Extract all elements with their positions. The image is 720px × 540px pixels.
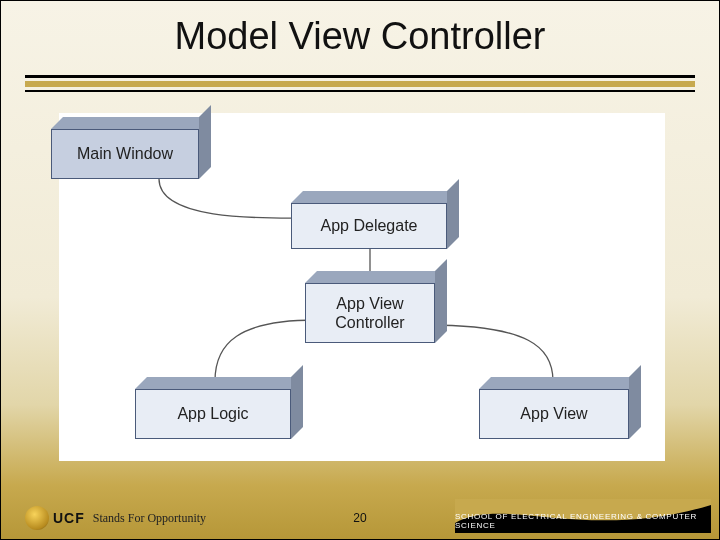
box-app-view: App View <box>479 377 629 439</box>
slide-title: Model View Controller <box>1 15 719 58</box>
box-app-view-controller-label: App View Controller <box>305 283 435 343</box>
box-app-view-controller: App View Controller <box>305 271 435 343</box>
box-app-logic-label: App Logic <box>135 389 291 439</box>
box-app-delegate-label: App Delegate <box>291 203 447 249</box>
box-app-delegate: App Delegate <box>291 191 447 249</box>
box-app-logic: App Logic <box>135 377 291 439</box>
ucf-logo-icon <box>25 506 49 530</box>
school-banner: SCHOOL OF ELECTRICAL ENGINEERING & COMPU… <box>455 499 711 533</box>
slide: Model View Controller Main Window App De… <box>0 0 720 540</box>
school-name: SCHOOL OF ELECTRICAL ENGINEERING & COMPU… <box>455 512 705 530</box>
box-app-view-label: App View <box>479 389 629 439</box>
ucf-abbrev: UCF <box>53 510 85 526</box>
box-main-window-label: Main Window <box>51 129 199 179</box>
ucf-branding: UCF Stands For Opportunity <box>25 506 206 530</box>
box-main-window: Main Window <box>51 117 199 179</box>
ucf-tagline: Stands For Opportunity <box>93 511 206 526</box>
title-underline <box>25 75 695 92</box>
diagram-canvas: Main Window App Delegate App View Contro… <box>59 113 665 461</box>
